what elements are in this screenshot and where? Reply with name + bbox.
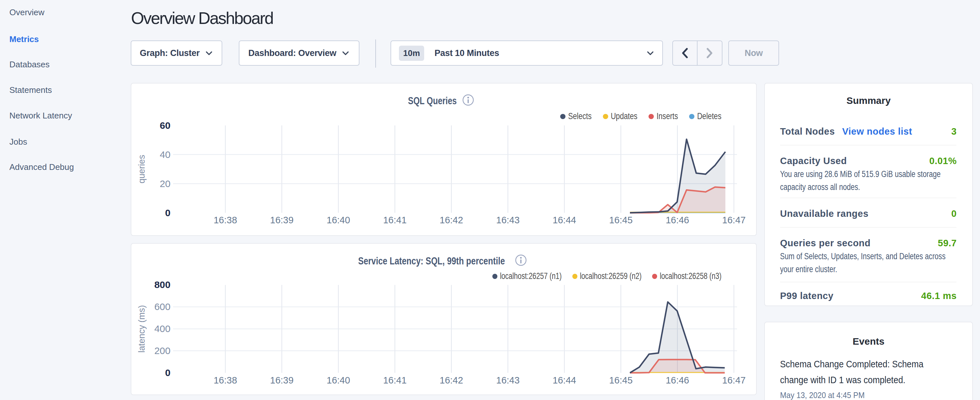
svg-text:600: 600 <box>154 301 170 312</box>
svg-text:16:44: 16:44 <box>553 375 576 386</box>
svg-text:16:42: 16:42 <box>440 215 463 225</box>
svg-text:16:43: 16:43 <box>496 375 520 386</box>
svg-text:0: 0 <box>165 207 170 218</box>
svg-text:800: 800 <box>154 279 170 290</box>
svg-text:0: 0 <box>165 367 170 378</box>
svg-text:200: 200 <box>154 345 170 356</box>
svg-text:40: 40 <box>160 149 170 160</box>
svg-text:16:47: 16:47 <box>722 215 746 225</box>
svg-text:16:45: 16:45 <box>609 375 633 386</box>
svg-text:16:41: 16:41 <box>383 375 407 386</box>
svg-text:16:41: 16:41 <box>383 215 407 225</box>
svg-text:60: 60 <box>160 120 170 131</box>
svg-text:16:40: 16:40 <box>327 215 350 225</box>
svg-text:16:45: 16:45 <box>609 215 633 225</box>
svg-text:16:47: 16:47 <box>722 375 746 386</box>
svg-text:16:38: 16:38 <box>213 215 237 225</box>
svg-text:16:38: 16:38 <box>213 375 237 386</box>
svg-text:16:43: 16:43 <box>496 215 520 225</box>
svg-text:400: 400 <box>154 323 170 334</box>
svg-text:16:40: 16:40 <box>327 375 350 386</box>
svg-text:16:46: 16:46 <box>665 375 689 386</box>
svg-text:20: 20 <box>160 178 170 189</box>
svg-text:16:46: 16:46 <box>665 215 689 225</box>
svg-text:16:39: 16:39 <box>270 375 294 386</box>
svg-text:queries: queries <box>137 155 146 183</box>
svg-text:16:39: 16:39 <box>270 215 294 225</box>
svg-text:16:42: 16:42 <box>440 375 463 386</box>
svg-text:16:44: 16:44 <box>553 215 576 225</box>
svg-text:latency (ms): latency (ms) <box>137 305 146 353</box>
